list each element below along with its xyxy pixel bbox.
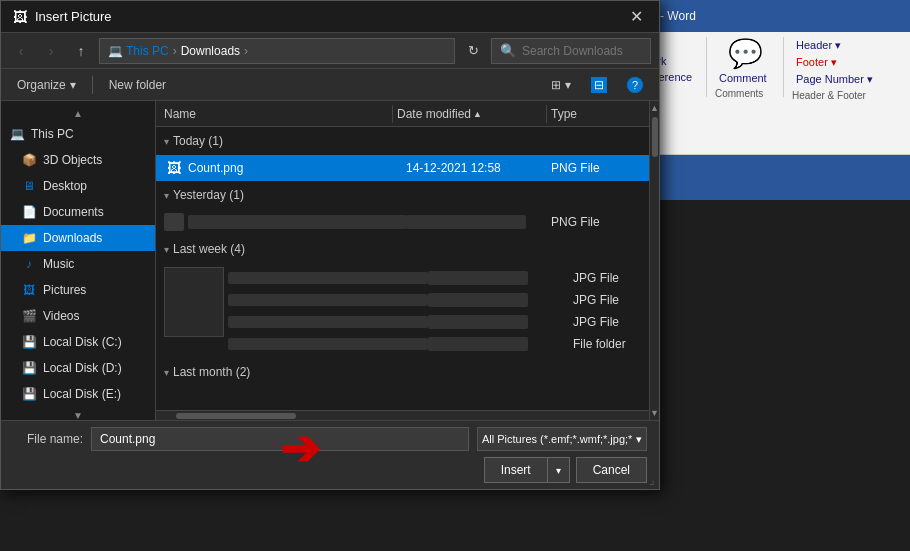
- group-lastmonth-arrow[interactable]: ▾: [164, 367, 169, 378]
- group-yesterday-arrow[interactable]: ▾: [164, 190, 169, 201]
- sidebar-item-thispc[interactable]: 💻 This PC: [1, 121, 155, 147]
- sidebar-scroll-up[interactable]: ▲: [1, 105, 155, 121]
- group-today: ▾ Today (1): [156, 127, 649, 155]
- sidebar-item-localdisk-e[interactable]: 💾 Local Disk (E:): [1, 381, 155, 407]
- group-lastmonth: ▾ Last month (2): [156, 359, 649, 385]
- ribbon-footer[interactable]: Footer ▾: [792, 54, 877, 71]
- path-thispc: 💻 This PC: [108, 44, 169, 58]
- lastweek-file-1[interactable]: JPG File: [228, 267, 649, 289]
- filetype-select[interactable]: All Pictures (*.emf;*.wmf;*.jpg;* ▾: [477, 427, 647, 451]
- filename-input[interactable]: [91, 427, 469, 451]
- group-today-label: Today (1): [173, 134, 223, 148]
- col-header-date[interactable]: Date modified ▲: [397, 107, 542, 121]
- main-content: ▲ 💻 This PC 📦 3D Objects 🖥 Desktop 📄 Doc…: [1, 101, 659, 420]
- localdisk-e-icon: 💾: [21, 386, 37, 402]
- sidebar-item-3dobjects[interactable]: 📦 3D Objects: [1, 147, 155, 173]
- sidebar-item-downloads[interactable]: 📁 Downloads: [1, 225, 155, 251]
- col-header-name[interactable]: Name: [164, 107, 388, 121]
- downloads-icon: 📁: [21, 230, 37, 246]
- vscroll-track: [651, 113, 659, 408]
- refresh-button[interactable]: ↻: [461, 39, 485, 63]
- sidebar-3dobjects-label: 3D Objects: [43, 153, 102, 167]
- sidebar-videos-label: Videos: [43, 309, 79, 323]
- sidebar-item-localdisk-d[interactable]: 💾 Local Disk (D:): [1, 355, 155, 381]
- horizontal-scrollbar[interactable]: [156, 410, 649, 420]
- back-button[interactable]: ‹: [9, 39, 33, 63]
- organize-button[interactable]: Organize ▾: [9, 74, 84, 96]
- new-folder-button[interactable]: New folder: [101, 74, 174, 96]
- word-ribbon: nt1 - Word link mark -reference nks 💬 Co…: [630, 0, 910, 155]
- sidebar-music-label: Music: [43, 257, 74, 271]
- lastweek-file-3[interactable]: JPG File: [228, 311, 649, 333]
- insert-button[interactable]: Insert: [484, 457, 548, 483]
- ribbon-header-footer-label: Header & Footer: [792, 90, 877, 101]
- ribbon-comment-group: 💬 Comment Comments: [715, 37, 775, 99]
- thumb-1[interactable]: [164, 267, 224, 337]
- vscroll-down[interactable]: ▼: [650, 408, 659, 418]
- col-name-label: Name: [164, 107, 196, 121]
- col-header-type[interactable]: Type: [551, 107, 641, 121]
- insert-button-group: Insert ▾: [484, 457, 570, 483]
- sidebar-item-documents[interactable]: 📄 Documents: [1, 199, 155, 225]
- lw-file-4-name: [228, 338, 428, 350]
- lw-file-3-type: JPG File: [573, 315, 649, 329]
- count-png-date: 14-12-2021 12:58: [406, 161, 551, 175]
- dialog-titlebar: 🖼 Insert Picture ✕: [1, 1, 659, 33]
- col-date-label: Date modified: [397, 107, 471, 121]
- search-input[interactable]: [522, 44, 672, 58]
- ribbon-header-group: Header ▾ Footer ▾ Page Number ▾ Header &…: [792, 37, 877, 101]
- new-folder-label: New folder: [109, 78, 166, 92]
- videos-icon: 🎬: [21, 308, 37, 324]
- vscroll-up[interactable]: ▲: [650, 103, 659, 113]
- sidebar-scroll-down[interactable]: ▼: [1, 407, 155, 420]
- sidebar-item-music[interactable]: ♪ Music: [1, 251, 155, 277]
- vertical-scrollbar[interactable]: ▲ ▼: [649, 101, 659, 420]
- group-lastweek-label: Last week (4): [173, 242, 245, 256]
- group-today-arrow[interactable]: ▾: [164, 136, 169, 147]
- resize-handle[interactable]: ⌟: [649, 473, 655, 487]
- sidebar-item-videos[interactable]: 🎬 Videos: [1, 303, 155, 329]
- dialog-close-button[interactable]: ✕: [613, 1, 659, 33]
- group-lastweek-arrow[interactable]: ▾: [164, 244, 169, 255]
- lw-file-4-date: [428, 337, 573, 351]
- file-row-yesterday-1[interactable]: PNG File: [156, 209, 649, 235]
- view-icon: ⊞: [551, 78, 561, 92]
- thispc-sidebar-icon: 💻: [9, 126, 25, 142]
- address-path[interactable]: 💻 This PC › Downloads ›: [99, 38, 455, 64]
- insert-dropdown-button[interactable]: ▾: [548, 457, 570, 483]
- sidebar-localdisk-d-label: Local Disk (D:): [43, 361, 122, 375]
- view-button[interactable]: ⊞ ▾: [543, 74, 579, 96]
- lastweek-thumbs: JPG File JPG File JPG File: [156, 263, 649, 359]
- lastweek-thumbs-row: JPG File JPG File JPG File: [164, 267, 641, 355]
- 3dobjects-icon: 📦: [21, 152, 37, 168]
- organize-arrow: ▾: [70, 78, 76, 92]
- sidebar-item-pictures[interactable]: 🖼 Pictures: [1, 277, 155, 303]
- bottom-buttons: Insert ▾ Cancel: [13, 457, 647, 483]
- file-list-container: Name Date modified ▲ Type ▾ Today (1): [156, 101, 649, 420]
- sidebar-pictures-label: Pictures: [43, 283, 86, 297]
- filetype-arrow: ▾: [636, 433, 642, 446]
- thispc-icon: 💻: [108, 44, 123, 58]
- cancel-button[interactable]: Cancel: [576, 457, 647, 483]
- sidebar-item-localdisk-c[interactable]: 💾 Local Disk (C:): [1, 329, 155, 355]
- lw-file-3-name: [228, 316, 428, 328]
- pictures-icon: 🖼: [21, 282, 37, 298]
- hscroll-thumb: [176, 413, 296, 419]
- lastweek-file-details: JPG File JPG File JPG File: [228, 267, 649, 355]
- sort-arrow: ▲: [473, 109, 482, 119]
- forward-button[interactable]: ›: [39, 39, 63, 63]
- file-row-count-png[interactable]: 🖼 Count.png 14-12-2021 12:58 PNG File: [156, 155, 649, 181]
- yesterday-file-icon: [164, 212, 184, 232]
- sidebar-item-desktop[interactable]: 🖥 Desktop: [1, 173, 155, 199]
- group-yesterday-label: Yesterday (1): [173, 188, 244, 202]
- view-arrow: ▾: [565, 78, 571, 92]
- help-button[interactable]: ?: [619, 74, 651, 96]
- ribbon-header[interactable]: Header ▾: [792, 37, 877, 54]
- view-toggle[interactable]: ⊟: [583, 74, 615, 96]
- lastweek-file-4[interactable]: File folder: [228, 333, 649, 355]
- up-button[interactable]: ↑: [69, 39, 93, 63]
- documents-icon: 📄: [21, 204, 37, 220]
- ribbon-page-number[interactable]: Page Number ▾: [792, 71, 877, 88]
- ribbon-comment[interactable]: Comment: [715, 70, 775, 86]
- lastweek-file-2[interactable]: JPG File: [228, 289, 649, 311]
